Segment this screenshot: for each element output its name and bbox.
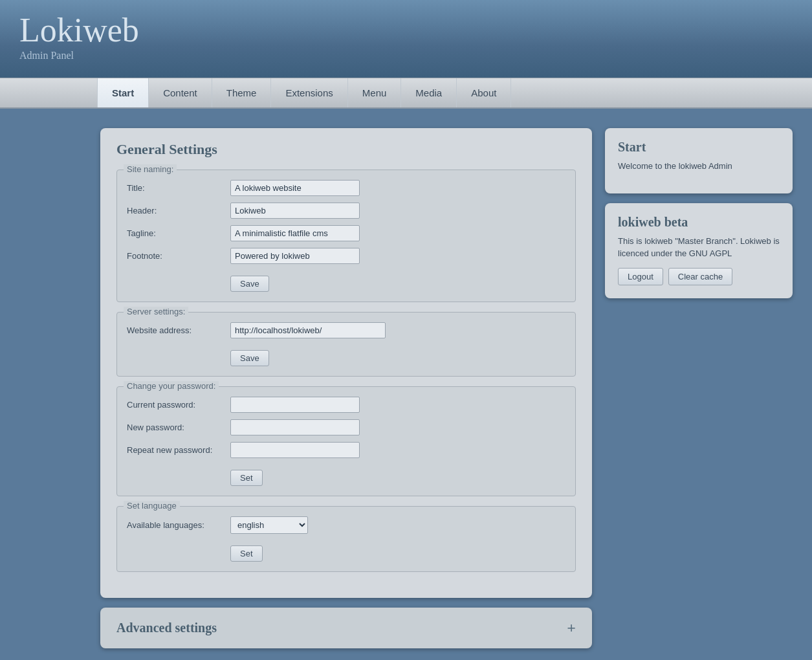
main-nav: Start Content Theme Extensions Menu Medi… (0, 78, 812, 109)
password-set-button[interactable]: Set (230, 470, 263, 486)
language-label: Available languages: (127, 520, 230, 530)
nav-item-content[interactable]: Content (149, 78, 212, 107)
address-row: Website address: (127, 322, 565, 338)
new-password-label: New password: (127, 423, 230, 432)
advanced-settings-plus-icon: + (567, 619, 576, 637)
footnote-row: Footnote: (127, 248, 565, 264)
tagline-label: Tagline: (127, 228, 230, 238)
advanced-settings-panel[interactable]: Advanced settings + (100, 608, 592, 648)
site-subtitle: Admin Panel (19, 50, 139, 61)
repeat-password-label: Repeat new password: (127, 445, 230, 455)
new-password-row: New password: (127, 419, 565, 435)
beta-side-text: This is lokiweb "Master Branch". Lokiweb… (618, 235, 780, 260)
footnote-input[interactable] (230, 248, 360, 264)
header-label: Header: (127, 206, 230, 215)
header-input[interactable] (230, 203, 360, 219)
nav-item-extensions[interactable]: Extensions (271, 78, 347, 107)
general-settings-title: General Settings (116, 141, 576, 158)
language-set-button[interactable]: Set (230, 545, 263, 562)
title-input[interactable] (230, 180, 360, 196)
server-settings-group: Server settings: Website address: Save (116, 312, 576, 377)
beta-button-row: Logout Clear cache (618, 268, 780, 285)
tagline-row: Tagline: (127, 225, 565, 241)
page-header: Lokiweb Admin Panel (0, 0, 812, 78)
repeat-password-row: Repeat new password: (127, 442, 565, 458)
change-password-legend: Change your password: (124, 381, 219, 391)
left-column: General Settings Site naming: Title: Hea… (100, 128, 592, 648)
beta-side-title: lokiweb beta (618, 215, 780, 230)
start-side-text: Welcome to the lokiweb Admin (618, 160, 780, 173)
site-naming-legend: Site naming: (124, 164, 177, 174)
nav-item-start[interactable]: Start (97, 78, 149, 107)
tagline-input[interactable] (230, 225, 360, 241)
start-side-panel: Start Welcome to the lokiweb Admin (605, 128, 793, 193)
nav-item-media[interactable]: Media (401, 78, 457, 107)
change-password-group: Change your password: Current password: … (116, 386, 576, 496)
site-naming-group: Site naming: Title: Header: Tagline: Foo… (116, 170, 576, 302)
header-row: Header: (127, 203, 565, 219)
server-save-button[interactable]: Save (230, 350, 269, 366)
repeat-password-input[interactable] (230, 442, 360, 458)
advanced-settings-title: Advanced settings (116, 621, 217, 635)
language-select[interactable]: english (230, 516, 308, 534)
set-language-legend: Set language (124, 501, 180, 511)
current-password-input[interactable] (230, 397, 360, 413)
address-label: Website address: (127, 325, 230, 335)
main-area: General Settings Site naming: Title: Hea… (0, 109, 812, 660)
address-input[interactable] (230, 322, 386, 338)
beta-side-panel: lokiweb beta This is lokiweb "Master Bra… (605, 203, 793, 298)
site-naming-save-button[interactable]: Save (230, 276, 269, 292)
server-settings-legend: Server settings: (124, 307, 188, 316)
current-password-label: Current password: (127, 400, 230, 410)
clear-cache-button[interactable]: Clear cache (668, 268, 732, 285)
general-settings-panel: General Settings Site naming: Title: Hea… (100, 128, 592, 598)
new-password-input[interactable] (230, 419, 360, 435)
title-row: Title: (127, 180, 565, 196)
nav-item-about[interactable]: About (457, 78, 511, 107)
logout-button[interactable]: Logout (618, 268, 663, 285)
right-column: Start Welcome to the lokiweb Admin lokiw… (605, 128, 793, 648)
nav-item-theme[interactable]: Theme (212, 78, 272, 107)
site-title: Lokiweb (19, 14, 139, 47)
title-label: Title: (127, 183, 230, 193)
set-language-group: Set language Available languages: englis… (116, 506, 576, 572)
current-password-row: Current password: (127, 397, 565, 413)
language-row: Available languages: english (127, 516, 565, 534)
nav-item-menu[interactable]: Menu (348, 78, 402, 107)
start-side-title: Start (618, 140, 780, 155)
footnote-label: Footnote: (127, 251, 230, 261)
